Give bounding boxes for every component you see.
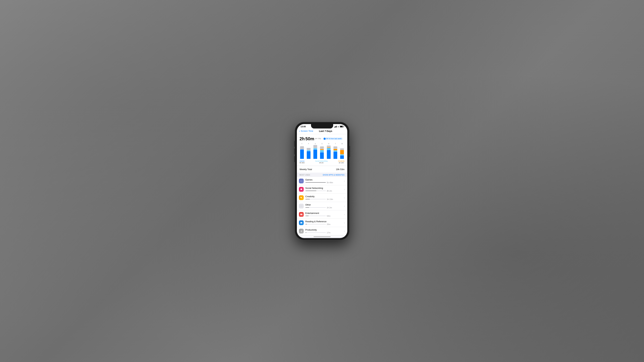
- day-label-6: W: [340, 143, 344, 145]
- bar-group-6: [340, 145, 344, 159]
- day-label-4: M: [326, 143, 331, 145]
- most-used-label: MOST USED: [300, 174, 310, 176]
- social-icon: [299, 187, 304, 192]
- category-item-entertainment[interactable]: Entertainment 54m ›: [297, 210, 347, 219]
- productivity-bar: 17m: [306, 232, 342, 234]
- entertainment-time: 54m: [327, 215, 330, 217]
- trend-badge: ↑ 84 % from last week: [322, 137, 343, 140]
- battery-icon: [340, 126, 344, 128]
- per-day-label: per day: [315, 137, 321, 140]
- category-item-social[interactable]: Social Networking 3h 2m ›: [297, 185, 347, 194]
- day-label-2: S: [313, 143, 318, 145]
- category-item-games[interactable]: Games 5h 40m ›: [297, 177, 347, 185]
- svg-point-3: [301, 197, 302, 198]
- entertainment-info: Entertainment 54m: [306, 212, 342, 217]
- social-chevron-icon: ›: [344, 188, 345, 191]
- other-info: Other 1h 2m: [306, 203, 342, 209]
- nav-bar: ‹ Screen Time Last 7 Days: [297, 129, 347, 134]
- trend-text: 84 % from last week: [326, 138, 342, 140]
- chart-day-labels: T F S S M T W: [300, 143, 344, 145]
- games-time: 5h 40m: [327, 182, 333, 184]
- bar-group-4: [326, 145, 331, 159]
- productivity-bar-track: [306, 232, 326, 233]
- other-bar-track: [306, 207, 326, 208]
- entertainment-name: Entertainment: [306, 212, 342, 214]
- productivity-name: Productivity: [306, 229, 342, 231]
- home-indicator: [314, 236, 330, 237]
- weekly-total-value: 19h 53m: [336, 168, 344, 171]
- day-label-0: T: [300, 143, 304, 145]
- social-bar-track: [306, 191, 326, 191]
- svg-rect-9: [301, 214, 302, 215]
- reading-name: Reading & Reference: [306, 220, 342, 223]
- back-chevron-icon: ‹: [299, 130, 300, 133]
- games-bar-fill: [306, 182, 326, 183]
- phone-wrapper: 13:00 ▲ ‹ Sc: [295, 122, 349, 240]
- legend-games: Games 5h 40m: [300, 160, 305, 164]
- daily-avg-hours: 2h 50m: [300, 137, 314, 141]
- productivity-chevron-icon: ›: [344, 230, 345, 232]
- status-icons: ▲: [334, 126, 344, 128]
- reading-chevron-icon: ›: [344, 221, 345, 224]
- bar-group-3: [320, 145, 324, 159]
- legend-creativity-label: Creativity: [338, 160, 344, 162]
- svg-point-0: [302, 181, 302, 181]
- entertainment-bar: 54m: [306, 215, 342, 217]
- nav-title: Last 7 Days: [319, 130, 332, 132]
- svg-point-1: [302, 181, 302, 181]
- bar-group-0: [300, 145, 304, 159]
- legend-social: Social Networking 3h 2m: [315, 160, 328, 164]
- entertainment-chevron-icon: ›: [344, 213, 345, 216]
- chart-bars: [300, 145, 344, 159]
- reading-bar-track: [306, 224, 326, 224]
- reading-bar-fill: [306, 224, 307, 224]
- bar-group-5: [333, 145, 338, 159]
- chart-legend: Games 5h 40m Social Networking 3h 2m Cre…: [300, 160, 344, 164]
- legend-games-label: Games: [300, 160, 305, 162]
- legend-creativity: Creativity 1h 13m: [338, 160, 344, 164]
- creativity-chevron-icon: ›: [344, 196, 345, 199]
- notch: [311, 124, 333, 129]
- category-item-creativity[interactable]: Creativity 1h 13m ›: [297, 194, 347, 202]
- games-bar: 5h 40m: [306, 182, 342, 184]
- productivity-info: Productivity 17m: [306, 229, 342, 234]
- category-list: Games 5h 40m ›: [297, 177, 347, 235]
- status-time: 13:00: [300, 125, 306, 128]
- bar-chart-section: T F S S M T W: [297, 143, 347, 166]
- games-chevron-icon: ›: [344, 180, 345, 182]
- creativity-name: Creativity: [306, 195, 342, 198]
- category-item-productivity[interactable]: Productivity 17m ›: [297, 227, 347, 235]
- wifi-icon: ▲: [338, 126, 339, 128]
- legend-games-value: 5h 40m: [300, 162, 305, 164]
- nav-back-label: Screen Time: [301, 130, 313, 132]
- bar-group-1: [306, 145, 311, 159]
- entertainment-bar-fill: [306, 216, 309, 216]
- other-time: 1h 2m: [327, 207, 332, 209]
- trend-up-icon: ↑: [324, 138, 326, 140]
- creativity-bar-fill: [306, 199, 310, 199]
- productivity-bar-fill: [306, 232, 306, 233]
- svg-rect-10: [302, 214, 302, 215]
- creativity-bar: 1h 13m: [306, 198, 342, 200]
- day-label-1: F: [306, 143, 311, 145]
- games-bar-track: [306, 182, 326, 183]
- category-item-reading[interactable]: Reading & Reference 25m ›: [297, 219, 347, 227]
- category-item-other[interactable]: ··· Other 1h 2m ›: [297, 202, 347, 210]
- other-chevron-icon: ›: [344, 205, 345, 207]
- signal-icon: [334, 126, 337, 128]
- nav-back-button[interactable]: ‹ Screen Time: [299, 130, 313, 133]
- games-info: Games 5h 40m: [306, 178, 342, 184]
- other-bar-fill: [306, 207, 309, 208]
- weekly-total-section: Weekly Total 19h 53m: [297, 166, 347, 173]
- creativity-icon: [299, 195, 304, 200]
- social-time: 3h 2m: [327, 190, 332, 192]
- reading-time: 25m: [327, 223, 330, 225]
- social-bar-fill: [306, 191, 316, 191]
- creativity-bar-track: [306, 199, 326, 199]
- reading-icon: [299, 220, 304, 225]
- show-apps-button[interactable]: SHOW APPS & WEBSITES: [323, 174, 344, 176]
- main-content[interactable]: 2h 50m per day ↑ 84 % from last week T F: [297, 134, 347, 237]
- social-name: Social Networking: [306, 187, 342, 189]
- social-info: Social Networking 3h 2m: [306, 187, 342, 192]
- day-label-5: T: [333, 143, 338, 145]
